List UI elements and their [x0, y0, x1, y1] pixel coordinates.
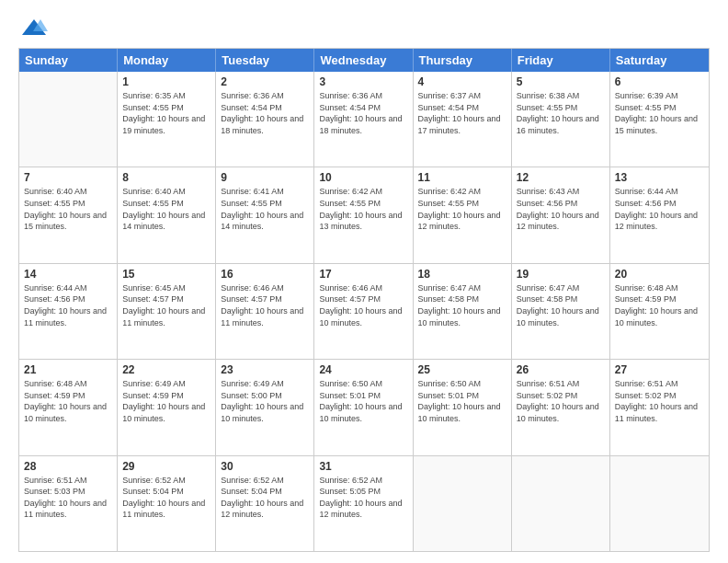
day-number: 11	[418, 171, 506, 184]
page: SundayMondayTuesdayWednesdayThursdayFrid…	[0, 0, 728, 563]
cal-header-cell: Monday	[118, 49, 216, 72]
day-number: 28	[24, 460, 112, 473]
cal-cell: 13Sunrise: 6:44 AMSunset: 4:56 PMDayligh…	[610, 167, 709, 262]
day-info: Sunrise: 6:39 AMSunset: 4:55 PMDaylight:…	[615, 90, 704, 136]
logo-icon	[20, 15, 48, 42]
day-info: Sunrise: 6:48 AMSunset: 4:59 PMDaylight:…	[24, 378, 112, 424]
day-number: 27	[615, 363, 704, 376]
cal-cell: 15Sunrise: 6:45 AMSunset: 4:57 PMDayligh…	[118, 264, 216, 359]
day-info: Sunrise: 6:50 AMSunset: 5:01 PMDaylight:…	[319, 378, 407, 424]
cal-cell: 7Sunrise: 6:40 AMSunset: 4:55 PMDaylight…	[19, 167, 118, 262]
cal-header-cell: Friday	[512, 49, 610, 72]
day-number: 17	[319, 268, 407, 281]
day-info: Sunrise: 6:51 AMSunset: 5:03 PMDaylight:…	[24, 475, 112, 521]
day-info: Sunrise: 6:51 AMSunset: 5:02 PMDaylight:…	[615, 378, 704, 424]
day-number: 6	[615, 75, 704, 88]
cal-cell	[414, 456, 512, 551]
day-info: Sunrise: 6:52 AMSunset: 5:04 PMDaylight:…	[122, 475, 210, 521]
day-info: Sunrise: 6:40 AMSunset: 4:55 PMDaylight:…	[122, 186, 210, 232]
day-number: 5	[517, 75, 605, 88]
day-number: 7	[24, 171, 112, 184]
cal-cell	[610, 456, 709, 551]
day-info: Sunrise: 6:43 AMSunset: 4:56 PMDaylight:…	[517, 186, 605, 232]
cal-cell: 27Sunrise: 6:51 AMSunset: 5:02 PMDayligh…	[610, 360, 709, 454]
cal-cell: 5Sunrise: 6:38 AMSunset: 4:55 PMDaylight…	[512, 72, 610, 167]
day-info: Sunrise: 6:41 AMSunset: 4:55 PMDaylight:…	[221, 186, 309, 232]
cal-cell	[19, 72, 118, 167]
cal-cell: 9Sunrise: 6:41 AMSunset: 4:55 PMDaylight…	[216, 167, 314, 262]
day-info: Sunrise: 6:35 AMSunset: 4:55 PMDaylight:…	[122, 90, 210, 136]
day-number: 18	[418, 268, 506, 281]
day-number: 24	[319, 363, 407, 376]
cal-row: 21Sunrise: 6:48 AMSunset: 4:59 PMDayligh…	[19, 359, 709, 454]
calendar-body: 1Sunrise: 6:35 AMSunset: 4:55 PMDaylight…	[19, 72, 709, 551]
day-number: 8	[122, 171, 210, 184]
day-info: Sunrise: 6:47 AMSunset: 4:58 PMDaylight:…	[418, 282, 506, 328]
cal-cell: 28Sunrise: 6:51 AMSunset: 5:03 PMDayligh…	[19, 456, 118, 551]
cal-cell: 29Sunrise: 6:52 AMSunset: 5:04 PMDayligh…	[118, 456, 216, 551]
day-number: 31	[319, 460, 407, 473]
cal-header-cell: Sunday	[19, 49, 118, 72]
day-info: Sunrise: 6:40 AMSunset: 4:55 PMDaylight:…	[24, 186, 112, 232]
day-info: Sunrise: 6:52 AMSunset: 5:05 PMDaylight:…	[319, 475, 407, 521]
cal-cell: 23Sunrise: 6:49 AMSunset: 5:00 PMDayligh…	[216, 360, 314, 454]
cal-cell: 25Sunrise: 6:50 AMSunset: 5:01 PMDayligh…	[414, 360, 512, 454]
cal-cell: 30Sunrise: 6:52 AMSunset: 5:04 PMDayligh…	[216, 456, 314, 551]
cal-cell: 19Sunrise: 6:47 AMSunset: 4:58 PMDayligh…	[512, 264, 610, 359]
day-number: 15	[122, 268, 210, 281]
day-info: Sunrise: 6:50 AMSunset: 5:01 PMDaylight:…	[418, 378, 506, 424]
cal-cell: 26Sunrise: 6:51 AMSunset: 5:02 PMDayligh…	[512, 360, 610, 454]
day-info: Sunrise: 6:52 AMSunset: 5:04 PMDaylight:…	[221, 475, 309, 521]
cal-cell: 8Sunrise: 6:40 AMSunset: 4:55 PMDaylight…	[118, 167, 216, 262]
day-number: 21	[24, 363, 112, 376]
day-number: 25	[418, 363, 506, 376]
day-number: 10	[319, 171, 407, 184]
cal-cell: 12Sunrise: 6:43 AMSunset: 4:56 PMDayligh…	[512, 167, 610, 262]
cal-cell: 18Sunrise: 6:47 AMSunset: 4:58 PMDayligh…	[414, 264, 512, 359]
day-number: 14	[24, 268, 112, 281]
cal-cell	[512, 456, 610, 551]
day-number: 30	[221, 460, 309, 473]
calendar: SundayMondayTuesdayWednesdayThursdayFrid…	[18, 48, 710, 552]
day-number: 13	[615, 171, 704, 184]
day-number: 2	[221, 75, 309, 88]
day-info: Sunrise: 6:42 AMSunset: 4:55 PMDaylight:…	[319, 186, 407, 232]
day-number: 9	[221, 171, 309, 184]
cal-cell: 1Sunrise: 6:35 AMSunset: 4:55 PMDaylight…	[118, 72, 216, 167]
cal-cell: 4Sunrise: 6:37 AMSunset: 4:54 PMDaylight…	[414, 72, 512, 167]
cal-cell: 24Sunrise: 6:50 AMSunset: 5:01 PMDayligh…	[314, 360, 413, 454]
cal-cell: 16Sunrise: 6:46 AMSunset: 4:57 PMDayligh…	[216, 264, 314, 359]
day-number: 4	[418, 75, 506, 88]
day-info: Sunrise: 6:48 AMSunset: 4:59 PMDaylight:…	[615, 282, 704, 328]
day-info: Sunrise: 6:42 AMSunset: 4:55 PMDaylight:…	[418, 186, 506, 232]
day-info: Sunrise: 6:38 AMSunset: 4:55 PMDaylight:…	[517, 90, 605, 136]
day-number: 22	[122, 363, 210, 376]
cal-cell: 22Sunrise: 6:49 AMSunset: 4:59 PMDayligh…	[118, 360, 216, 454]
cal-header-cell: Saturday	[610, 49, 709, 72]
cal-cell: 31Sunrise: 6:52 AMSunset: 5:05 PMDayligh…	[314, 456, 413, 551]
day-number: 23	[221, 363, 309, 376]
day-number: 1	[122, 75, 210, 88]
cal-cell: 14Sunrise: 6:44 AMSunset: 4:56 PMDayligh…	[19, 264, 118, 359]
cal-cell: 3Sunrise: 6:36 AMSunset: 4:54 PMDaylight…	[314, 72, 413, 167]
day-info: Sunrise: 6:45 AMSunset: 4:57 PMDaylight:…	[122, 282, 210, 328]
day-info: Sunrise: 6:44 AMSunset: 4:56 PMDaylight:…	[615, 186, 704, 232]
calendar-header: SundayMondayTuesdayWednesdayThursdayFrid…	[19, 49, 709, 72]
cal-cell: 11Sunrise: 6:42 AMSunset: 4:55 PMDayligh…	[414, 167, 512, 262]
day-number: 16	[221, 268, 309, 281]
day-number: 26	[517, 363, 605, 376]
cal-cell: 21Sunrise: 6:48 AMSunset: 4:59 PMDayligh…	[19, 360, 118, 454]
day-number: 29	[122, 460, 210, 473]
day-number: 20	[615, 268, 704, 281]
cal-row: 14Sunrise: 6:44 AMSunset: 4:56 PMDayligh…	[19, 263, 709, 359]
logo	[18, 15, 48, 39]
cal-cell: 2Sunrise: 6:36 AMSunset: 4:54 PMDaylight…	[216, 72, 314, 167]
day-number: 19	[517, 268, 605, 281]
day-info: Sunrise: 6:49 AMSunset: 4:59 PMDaylight:…	[122, 378, 210, 424]
day-info: Sunrise: 6:51 AMSunset: 5:02 PMDaylight:…	[517, 378, 605, 424]
day-info: Sunrise: 6:46 AMSunset: 4:57 PMDaylight:…	[221, 282, 309, 328]
cal-row: 28Sunrise: 6:51 AMSunset: 5:03 PMDayligh…	[19, 455, 709, 551]
cal-header-cell: Thursday	[414, 49, 512, 72]
day-number: 3	[319, 75, 407, 88]
day-info: Sunrise: 6:49 AMSunset: 5:00 PMDaylight:…	[221, 378, 309, 424]
